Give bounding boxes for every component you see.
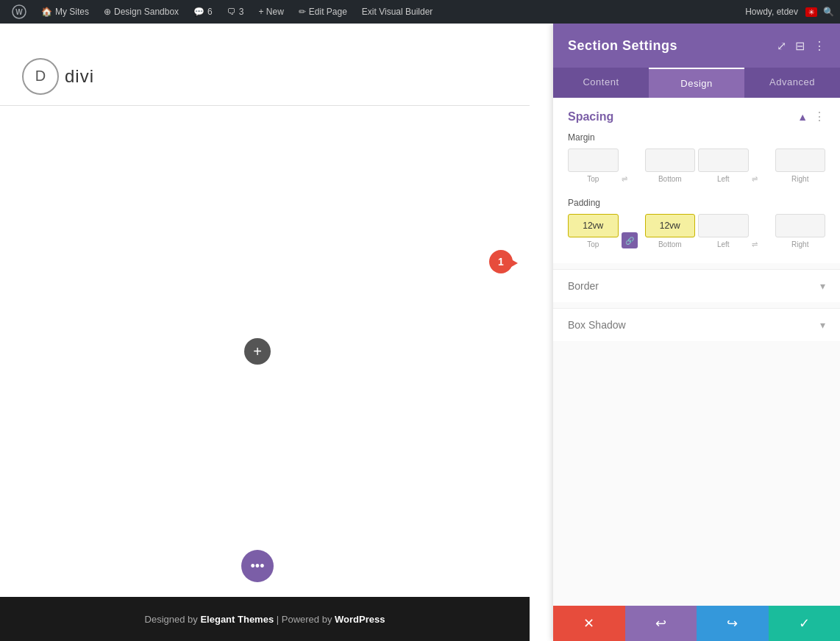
padding-link-btn-wrap: 🔗	[622, 229, 642, 248]
add-section-button[interactable]: +	[244, 338, 271, 365]
edit-page-item[interactable]: ✏ Edit Page	[293, 7, 353, 17]
box-shadow-title: Box Shadow	[568, 319, 626, 331]
search-icon[interactable]: 🔍	[823, 7, 834, 17]
panel-header: Section Settings ⤢ ⊟ ⋮	[553, 24, 840, 68]
padding-row-full: Top 🔗 Bottom Left ⇌ Right	[568, 214, 825, 248]
margin-bottom-field: Bottom	[645, 148, 696, 183]
padding-top-field: Top	[568, 214, 619, 248]
exit-builder-item[interactable]: Exit Visual Builder	[356, 7, 439, 17]
redo-button[interactable]: ↪	[697, 606, 769, 641]
panel-content: Spacing ▲ ⋮ Margin Top ⇌ Bottom	[553, 98, 840, 606]
margin-right-field: Right	[775, 148, 826, 183]
padding-bottom-field: Bottom	[645, 214, 696, 248]
action-bar: ✕ ↩ ↪ ✓	[553, 606, 840, 641]
padding-top-field-label: Top	[587, 240, 599, 248]
divi-circle: D	[22, 58, 59, 95]
undo-button[interactable]: ↩	[625, 606, 697, 641]
expand-icon[interactable]: ⤢	[777, 39, 786, 53]
tab-content[interactable]: Content	[553, 68, 649, 98]
footer-text: Designed by Elegant Themes | Powered by …	[145, 614, 385, 625]
padding-link2-icon[interactable]: ⇌	[752, 240, 758, 248]
panel-header-icons: ⤢ ⊟ ⋮	[777, 39, 825, 53]
spacing-title: Spacing	[568, 110, 613, 123]
tab-advanced[interactable]: Advanced	[744, 68, 840, 98]
admin-bar: W 🏠 My Sites ⊕ Design Sandbox 💬 6 🗨 3 + …	[0, 0, 840, 24]
margin-bottom-field-input[interactable]	[645, 148, 696, 172]
padding-right-field-input[interactable]	[775, 214, 826, 237]
bottom-add-button[interactable]: •••	[241, 550, 274, 582]
spacing-header-icons: ▲ ⋮	[797, 110, 825, 123]
panel-title: Section Settings	[568, 38, 677, 54]
section-settings-panel: Section Settings ⤢ ⊟ ⋮ Content Design Ad…	[553, 24, 840, 641]
columns-icon[interactable]: ⊟	[795, 39, 805, 53]
margin-left-field-input[interactable]	[698, 148, 749, 172]
annotation-arrow	[508, 257, 518, 269]
margin-row-full: Top ⇌ Bottom Left ⇌ Right	[568, 148, 825, 183]
user-badge: ✳	[805, 7, 817, 17]
padding-link-button[interactable]: 🔗	[622, 232, 638, 248]
padding-bottom-field-input[interactable]	[645, 214, 696, 237]
padding-link2-btn-wrap: ⇌	[752, 237, 772, 248]
comments-item[interactable]: 💬 6	[188, 7, 218, 17]
border-section: Border ▾	[553, 269, 840, 302]
margin-top-field-input[interactable]	[568, 148, 619, 172]
margin-label: Margin	[568, 132, 825, 143]
margin-link-icon[interactable]: ⇌	[622, 175, 627, 183]
sites-icon: 🏠	[41, 7, 52, 17]
margin-left-field-label: Left	[717, 175, 730, 183]
padding-right-field-label: Right	[791, 240, 808, 248]
margin-left-field: Left	[698, 148, 749, 183]
spacing-content: Margin Top ⇌ Bottom Left	[553, 132, 840, 263]
bubble-icon: 💬	[193, 7, 204, 17]
design-sandbox-item[interactable]: ⊕ Design Sandbox	[98, 7, 185, 17]
page-footer: Designed by Elegant Themes | Powered by …	[0, 597, 530, 641]
box-shadow-section: Box Shadow ▾	[553, 308, 840, 341]
padding-left-field-input[interactable]	[698, 214, 749, 237]
site-icon: ⊕	[104, 7, 111, 17]
margin-right-field-input[interactable]	[775, 148, 826, 172]
border-title: Border	[568, 280, 599, 292]
my-sites-item[interactable]: 🏠 My Sites	[35, 7, 95, 17]
more-options-icon[interactable]: ⋮	[814, 39, 825, 53]
cancel-button[interactable]: ✕	[553, 606, 625, 641]
margin-bottom-field-label: Bottom	[658, 175, 682, 183]
padding-left-field-label: Left	[717, 240, 730, 248]
replies-item[interactable]: 🗨 3	[221, 7, 250, 17]
wp-icon: W	[12, 4, 26, 19]
new-item[interactable]: + New	[252, 7, 289, 17]
padding-label: Padding	[568, 198, 825, 208]
admin-bar-right: Howdy, etdev ✳ 🔍	[745, 7, 834, 17]
box-shadow-header[interactable]: Box Shadow ▾	[553, 308, 840, 341]
edit-icon: ✏	[299, 7, 306, 17]
comment-icon: 🗨	[227, 7, 236, 17]
tab-bar: Content Design Advanced	[553, 68, 840, 98]
margin-link2-icon[interactable]: ⇌	[752, 175, 758, 183]
svg-text:W: W	[15, 8, 23, 16]
spacing-section-header: Spacing ▲ ⋮	[553, 98, 840, 132]
margin-link-btn-wrap: ⇌	[622, 172, 642, 183]
margin-top-field: Top	[568, 148, 619, 183]
canvas-body: +	[0, 106, 530, 597]
margin-right-field-label: Right	[791, 175, 808, 183]
confirm-button[interactable]: ✓	[769, 606, 841, 641]
divi-name: divi	[65, 66, 94, 87]
padding-top-field-input[interactable]	[568, 214, 619, 237]
collapse-icon[interactable]: ▲	[797, 111, 808, 123]
padding-right-field: Right	[775, 214, 826, 248]
border-chevron-icon: ▾	[820, 280, 825, 292]
padding-left-field: Left	[698, 214, 749, 248]
divi-logo-header: D divi	[0, 47, 530, 106]
box-shadow-chevron-icon: ▾	[820, 319, 825, 331]
margin-top-field-label: Top	[587, 175, 599, 183]
margin-link2-btn-wrap: ⇌	[752, 172, 772, 183]
wp-logo-item[interactable]: W	[6, 4, 32, 19]
tab-design[interactable]: Design	[649, 68, 744, 98]
padding-bottom-field-label: Bottom	[658, 240, 682, 248]
border-header[interactable]: Border ▾	[553, 269, 840, 302]
spacing-more-icon[interactable]: ⋮	[814, 110, 825, 123]
